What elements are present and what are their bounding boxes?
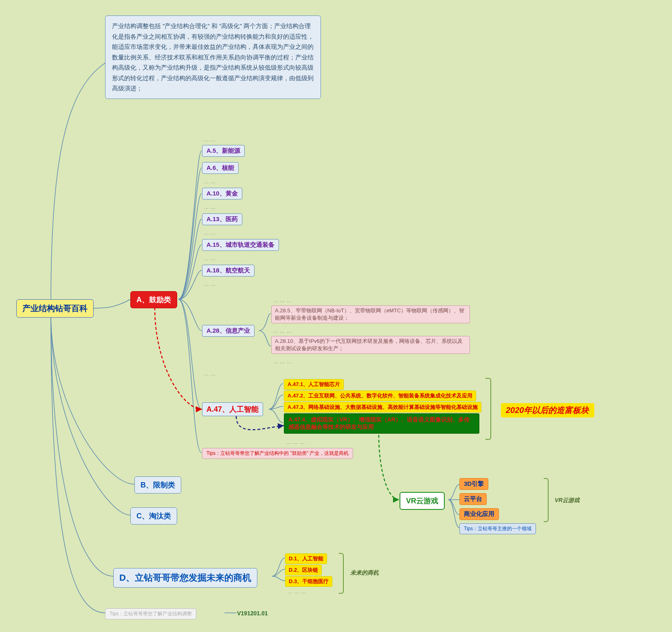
root-node[interactable]: 产业结构钻哥百科 [16, 299, 94, 318]
annot-vr: VR云游戏 [555, 497, 580, 504]
node-a13[interactable]: A.13、医药 [202, 213, 242, 225]
ellipsis: … … … [273, 358, 292, 364]
ellipsis: … … … [286, 439, 305, 445]
cat-d[interactable]: D、立钻哥哥带您发掘未来的商机 [113, 568, 257, 588]
ellipsis: … … [204, 281, 216, 287]
vr-biz[interactable]: 商业化应用 [459, 508, 499, 520]
node-a18[interactable]: A.18、航空航天 [202, 265, 255, 276]
node-a28-10: A.28.10、基于IPv6的下一代互联网技术研发及服务，网络设备、芯片、系统以… [271, 336, 470, 354]
node-a47-3: A.47.3、网络基础设施、大数据基础设施、高效能计算基础设施等智能化基础设施 [284, 402, 481, 413]
node-a10[interactable]: A.10、黄金 [202, 188, 242, 200]
cat-b[interactable]: B、限制类 [134, 476, 181, 494]
tips-vr: Tips：立钻哥哥主推的一个领域 [459, 523, 536, 534]
node-a28[interactable]: A.28、信息产业 [202, 325, 255, 337]
vr-node[interactable]: VR云游戏 [400, 492, 445, 510]
ellipsis: … … … [273, 328, 292, 334]
version-label: V191201.01 [237, 610, 268, 617]
tips-a: Tips：立钻哥哥带您了解产业结构中的 "鼓励类" 产业，这就是商机 [202, 448, 353, 459]
node-a28-5: A.28.5、窄带物联网（NB-IoT）、宽带物联网（eMTC）等物联网（传感网… [271, 305, 470, 323]
ellipsis: … … [204, 230, 216, 236]
ellipsis: … … … [287, 588, 306, 595]
ellipsis: … … [204, 204, 216, 210]
cat-c[interactable]: C、淘汰类 [130, 507, 177, 524]
bracket-a47 [485, 378, 491, 440]
ellipsis: … … … [273, 297, 292, 303]
ellipsis: … … [204, 136, 216, 143]
cat-a[interactable]: A、鼓励类 [130, 291, 177, 308]
annot-a47: 2020年以后的造富板块 [501, 403, 594, 417]
vr-cloud[interactable]: 云平台 [459, 493, 487, 505]
node-d2[interactable]: D.2、区块链 [285, 565, 322, 575]
node-a47-4: A.47.4、虚拟现实（VR）、增强现实（AR）、语音语义图像识别、多传感器信息… [284, 413, 479, 434]
annot-d: 未来的商机 [350, 569, 379, 577]
description-box: 产业结构调整包括 "产业结构合理化" 和 "高级化" 两个方面；产业结构合理化是… [105, 15, 321, 99]
node-a15[interactable]: A.15、城市轨道交通装备 [202, 239, 279, 251]
node-a47[interactable]: A.47、人工智能 [202, 402, 263, 416]
bracket-d [339, 553, 344, 594]
node-a47-2: A.47.2、工业互联网、公共系统、数字化软件、智能装备系统集成化技术及应用 [284, 391, 476, 401]
vr-3d[interactable]: 3D引擎 [459, 478, 488, 490]
tips-footer: Tips：立钻哥哥带您了解产业结构调整 [105, 608, 196, 619]
node-a47-1: A.47.1、人工智能芯片 [284, 379, 344, 390]
node-a5[interactable]: A.5、新能源 [202, 145, 245, 157]
bracket-vr [544, 478, 549, 522]
ellipsis: … … [204, 371, 216, 377]
ellipsis: … … [204, 178, 216, 184]
node-d3[interactable]: D.3、干细胞医疗 [285, 576, 332, 587]
node-d1[interactable]: D.1、人工智能 [285, 553, 327, 564]
node-a6[interactable]: A.6、核能 [202, 162, 239, 174]
ellipsis: … … [204, 255, 216, 261]
